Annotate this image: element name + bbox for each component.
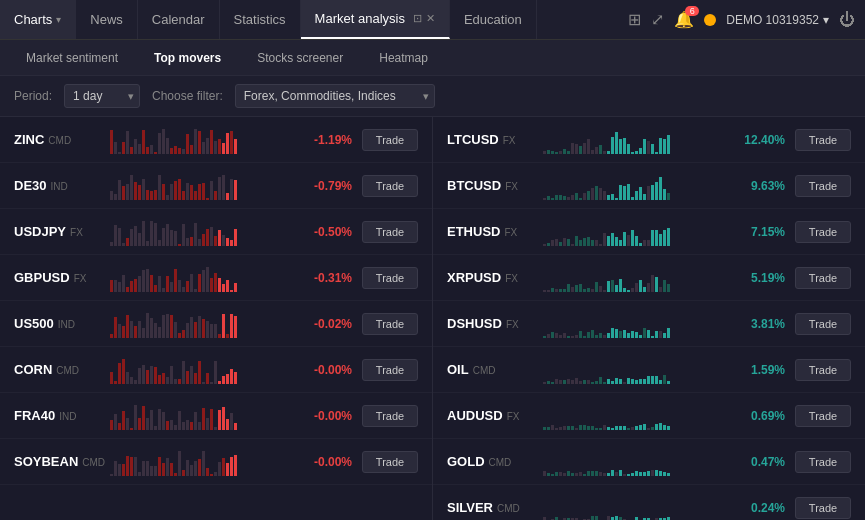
tab-statistics[interactable]: Statistics [220,0,301,39]
instrument-type: FX [505,181,518,192]
sparkline-chart [543,402,724,430]
svg-rect-386 [551,332,554,338]
trade-button[interactable]: Trade [795,497,851,519]
svg-rect-68 [126,238,129,246]
svg-rect-263 [571,143,574,154]
tab-education[interactable]: Education [450,0,537,39]
trade-button[interactable]: Trade [362,405,418,427]
power-icon[interactable]: ⏻ [839,11,855,29]
trade-button[interactable]: Trade [795,175,851,197]
svg-rect-122 [214,273,217,292]
sub-tab-stocks-screener[interactable]: Stocks screener [241,45,359,71]
svg-rect-96 [110,280,113,292]
svg-rect-87 [202,234,205,246]
svg-rect-0 [110,130,113,154]
trade-button[interactable]: Trade [795,451,851,473]
svg-rect-442 [647,376,650,384]
tab-market-analysis[interactable]: Market analysis ⊡ ✕ [301,0,450,39]
svg-rect-12 [158,133,161,154]
svg-rect-7 [138,144,141,154]
svg-rect-135 [138,321,141,338]
trade-button[interactable]: Trade [795,221,851,243]
svg-rect-474 [647,428,650,430]
tab-charts[interactable]: Charts ▾ [0,0,76,39]
svg-rect-20 [190,145,193,154]
svg-rect-369 [611,280,614,292]
trade-button[interactable]: Trade [362,129,418,151]
table-row: CORN CMD -0.00% Trade [0,347,432,393]
table-row: FRA40 IND -0.00% Trade [0,393,432,439]
trade-button[interactable]: Trade [362,359,418,381]
layout-icon[interactable]: ⊞ [628,10,641,29]
trade-button[interactable]: Trade [362,451,418,473]
sparkline-chart [110,172,291,200]
svg-rect-405 [627,333,630,338]
svg-rect-460 [591,426,594,430]
svg-rect-379 [651,275,654,292]
trade-button[interactable]: Trade [795,267,851,289]
sub-tab-market-sentiment[interactable]: Market sentiment [10,45,134,71]
svg-rect-417 [547,381,550,384]
trade-button[interactable]: Trade [795,359,851,381]
svg-rect-89 [210,227,213,246]
svg-rect-403 [619,331,622,338]
svg-rect-345 [643,240,646,246]
svg-rect-275 [619,139,622,154]
svg-rect-490 [583,474,586,476]
svg-rect-140 [158,327,161,338]
choose-filter-label: Choose filter: [152,89,223,103]
svg-rect-443 [651,376,654,384]
svg-rect-59 [218,177,221,200]
left-table: ZINC CMD -1.19% Trade DE30 IND -0.79% Tr… [0,117,432,520]
trade-button[interactable]: Trade [362,175,418,197]
tab-news[interactable]: News [76,0,138,39]
svg-rect-463 [603,425,606,430]
tab-expand-icon[interactable]: ⊡ [413,12,422,25]
svg-rect-397 [595,335,598,338]
svg-rect-328 [575,236,578,246]
tab-close-icon[interactable]: ✕ [426,12,435,25]
tab-calendar[interactable]: Calendar [138,0,220,39]
notification-wrapper[interactable]: 🔔 6 [674,10,694,29]
trade-button[interactable]: Trade [362,313,418,335]
filter-select[interactable]: Forex, Commodities, Indices Forex Commod… [235,84,435,108]
svg-rect-171 [154,367,157,384]
instrument-type: IND [58,319,75,330]
svg-rect-206 [166,421,169,430]
svg-rect-485 [563,473,566,476]
svg-rect-306 [615,198,618,200]
instrument-symbol: BTCUSD [447,178,501,193]
instrument-type: IND [51,181,68,192]
period-select[interactable]: 1 day 1 hour 1 week 1 month [64,84,140,108]
svg-rect-323 [555,239,558,246]
instrument-name: AUDUSD FX [447,408,537,423]
account-info[interactable]: DEMO 10319352 ▾ [726,13,829,27]
svg-rect-175 [170,366,173,384]
svg-rect-259 [555,152,558,154]
svg-rect-223 [234,423,237,430]
expand-icon[interactable]: ⤢ [651,10,664,29]
sub-tab-top-movers[interactable]: Top movers [138,45,237,71]
instrument-type: CMD [497,503,520,514]
svg-rect-420 [559,380,562,384]
svg-rect-77 [162,228,165,246]
svg-rect-468 [623,426,626,430]
svg-rect-152 [206,321,209,338]
svg-rect-253 [226,463,229,476]
svg-rect-418 [551,382,554,384]
svg-rect-483 [555,472,558,476]
trade-button[interactable]: Trade [795,129,851,151]
svg-rect-459 [587,426,590,430]
trade-button[interactable]: Trade [795,313,851,335]
trade-button[interactable]: Trade [795,405,851,427]
svg-rect-144 [174,322,177,338]
svg-rect-380 [655,277,658,292]
sub-tab-heatmap[interactable]: Heatmap [363,45,444,71]
svg-rect-154 [214,324,217,338]
svg-rect-291 [555,195,558,200]
svg-rect-530 [615,516,618,521]
svg-rect-313 [643,194,646,200]
instrument-name: DSHUSD FX [447,316,537,331]
trade-button[interactable]: Trade [362,221,418,243]
trade-button[interactable]: Trade [362,267,418,289]
